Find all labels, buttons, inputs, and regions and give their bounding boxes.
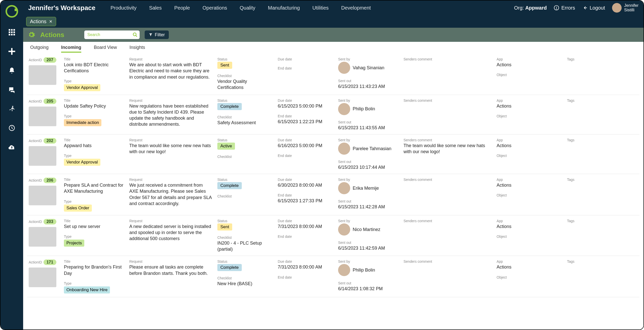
end-date-label: End date	[278, 154, 333, 158]
tab-insights[interactable]: Insights	[130, 45, 145, 53]
search-input[interactable]	[84, 30, 140, 39]
end-date-label: End date	[278, 275, 333, 279]
app-value: Actions	[497, 103, 561, 109]
sent-out-label: Sent out	[338, 199, 398, 203]
action-row[interactable]: ActionID171 Title Preparing for Brandon'…	[27, 256, 639, 297]
tab-outgoing[interactable]: Outgoing	[30, 45, 49, 53]
checklist-value: New Hire (BASE)	[217, 281, 272, 287]
type-label: Type	[64, 114, 124, 118]
due-date-label: Due date	[278, 178, 333, 182]
filter-button[interactable]: Filter	[145, 30, 169, 39]
tab-incoming[interactable]: Incoming	[61, 45, 81, 53]
svg-rect-2	[9, 29, 10, 31]
sender-row: Vahag Sinanian	[338, 62, 398, 74]
action-row[interactable]: ActionID206 Title Prepare SLA and Contra…	[27, 174, 639, 215]
nav-development[interactable]: Development	[341, 5, 371, 11]
sent-out-label: Sent out	[338, 120, 398, 124]
type-pill: Vendor Approval	[64, 84, 100, 91]
title-value: Update Saftey Policy	[64, 103, 124, 109]
sender-avatar	[338, 103, 350, 115]
actionid-label: ActionID	[29, 139, 42, 143]
action-row[interactable]: ActionID207 Title Look into BDT Electric…	[27, 54, 639, 95]
request-value: A new dedicated server is being installe…	[129, 223, 212, 242]
sender-name: Parelee Tahmasian	[353, 146, 391, 152]
logout-button[interactable]: Logout	[582, 5, 605, 11]
nav-operations[interactable]: Operations	[203, 5, 227, 11]
end-date-label: End date	[278, 114, 333, 118]
request-label: Request	[129, 259, 212, 263]
svg-rect-1	[15, 9, 17, 11]
sub-tabs: Outgoing Incoming Board View Insights	[23, 42, 643, 54]
action-row[interactable]: ActionID202 Title Appward hats Type Vend…	[27, 135, 639, 174]
action-list: ActionID207 Title Look into BDT Electric…	[23, 54, 643, 297]
app-value: Actions	[497, 223, 561, 229]
sender-name: Philip Bolin	[353, 267, 375, 273]
title-label: Title	[64, 219, 124, 223]
nav-manufacturing[interactable]: Manufacturing	[268, 5, 300, 11]
nav-quality[interactable]: Quality	[240, 5, 255, 11]
svg-line-19	[136, 36, 137, 37]
comment-value: The team would like some new new hats wi…	[404, 143, 491, 155]
thumbnail	[29, 186, 56, 205]
app-label: App	[497, 57, 561, 61]
due-date-value: 6/30/2023 8:00:00 AM	[278, 182, 333, 188]
clock-icon[interactable]	[7, 123, 16, 133]
svg-rect-7	[13, 31, 15, 33]
status-label: Status	[217, 178, 272, 182]
object-label: Object	[497, 235, 561, 239]
thumbnail	[29, 268, 56, 287]
actionid-pill: 171	[44, 259, 56, 265]
end-date-label: End date	[278, 66, 333, 70]
nav-people[interactable]: People	[174, 5, 190, 11]
tab-board-view[interactable]: Board View	[94, 45, 117, 53]
type-pill: Immediate action	[64, 119, 101, 126]
chat-icon[interactable]	[7, 85, 16, 94]
request-value: We just received a commitment from AXE M…	[129, 182, 212, 207]
actionid-pill: 206	[44, 178, 56, 183]
errors-button[interactable]: Errors	[554, 5, 575, 11]
app-value: Actions	[497, 143, 561, 149]
sender-name: Erika Memije	[353, 185, 379, 191]
tab-strip: Actions ✕	[23, 15, 643, 28]
sender-name: Philip Bolin	[353, 106, 375, 112]
actionid-label: ActionID	[29, 260, 42, 264]
request-value: Please ensure all tasks are complete bef…	[129, 264, 212, 276]
type-label: Type	[64, 200, 124, 204]
nav-productivity[interactable]: Productivity	[110, 5, 136, 11]
title-value: Look into BDT Electric Cerifications	[64, 62, 124, 74]
cloud-upload-icon[interactable]	[7, 143, 16, 152]
user-badge[interactable]: Jennifer Sistilli	[612, 3, 638, 13]
apps-grid-icon[interactable]	[7, 28, 16, 37]
end-date-label: End date	[278, 193, 333, 197]
running-icon[interactable]	[7, 104, 16, 113]
nav-sales[interactable]: Sales	[149, 5, 162, 11]
tags-label: Tags	[567, 259, 638, 263]
status-pill: Sent	[217, 62, 232, 69]
object-label: Object	[497, 73, 561, 77]
due-date-value: 7/31/2023 8:00:00 AM	[278, 264, 333, 270]
checklist-label: Checklist	[217, 74, 272, 78]
title-label: Title	[64, 178, 124, 182]
actionid-label: ActionID	[29, 99, 42, 103]
top-bar: Jennifer's Workspace Productivity Sales …	[23, 1, 643, 15]
bell-icon[interactable]	[7, 66, 16, 75]
svg-point-17	[556, 9, 557, 9]
close-icon[interactable]: ✕	[49, 19, 52, 24]
status-label: Status	[217, 219, 272, 223]
action-row[interactable]: ActionID203 Title Set up new server Type…	[27, 215, 639, 256]
comment-label: Senders comment	[404, 259, 491, 263]
end-date-value: 6/15/2023 1:22:23 PM	[278, 119, 333, 125]
search-icon[interactable]	[133, 32, 138, 37]
action-row[interactable]: ActionID205 Title Update Saftey Policy T…	[27, 95, 639, 135]
due-date-label: Due date	[278, 138, 333, 142]
title-value: Preparing for Brandon's First Day	[64, 264, 124, 276]
sent-out-label: Sent out	[338, 241, 398, 245]
nav-utilities[interactable]: Utilities	[312, 5, 329, 11]
plus-icon[interactable]	[7, 47, 16, 56]
actionid-pill: 207	[44, 57, 56, 63]
user-name: Jennifer Sistilli	[624, 3, 638, 12]
tab-actions[interactable]: Actions ✕	[26, 17, 56, 26]
tags-label: Tags	[567, 178, 638, 182]
title-label: Title	[64, 138, 124, 142]
type-label: Type	[64, 235, 124, 239]
